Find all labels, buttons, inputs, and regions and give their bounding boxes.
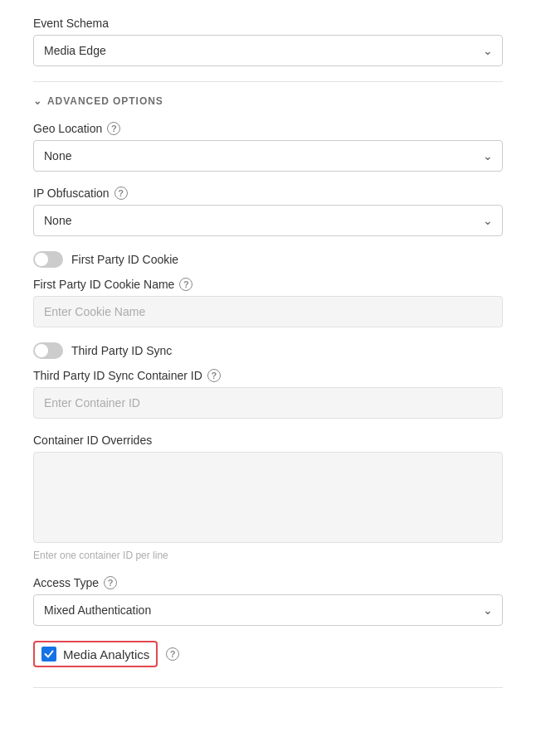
bottom-divider [33, 687, 503, 688]
access-type-group: Access Type ? Mixed Authentication ⌄ [33, 576, 503, 626]
first-party-cookie-toggle-row: First Party ID Cookie [33, 251, 503, 268]
third-party-sync-toggle[interactable] [33, 342, 63, 359]
ip-obfuscation-help-icon[interactable]: ? [115, 187, 128, 200]
first-party-cookie-slider [33, 251, 63, 268]
media-analytics-help-icon[interactable]: ? [166, 647, 179, 661]
first-party-cookie-name-help-icon[interactable]: ? [179, 278, 192, 291]
first-party-cookie-toggle-label: First Party ID Cookie [71, 253, 178, 266]
first-party-cookie-toggle[interactable] [33, 251, 63, 268]
ip-obfuscation-select[interactable]: None [33, 205, 503, 236]
third-party-sync-toggle-row: Third Party ID Sync [33, 342, 503, 359]
media-analytics-label: Media Analytics [63, 647, 149, 662]
media-analytics-checkbox-border: Media Analytics [33, 641, 158, 667]
third-party-container-input[interactable] [33, 387, 503, 419]
first-party-cookie-name-input[interactable] [33, 296, 503, 327]
media-analytics-checked-icon [41, 647, 56, 662]
event-schema-select[interactable]: Media Edge [33, 35, 503, 66]
event-schema-select-wrapper: Media Edge ⌄ [33, 35, 503, 66]
access-type-select-wrapper: Mixed Authentication ⌄ [33, 594, 503, 626]
geo-location-group: Geo Location ? None ⌄ [33, 122, 503, 172]
access-type-select[interactable]: Mixed Authentication [33, 594, 503, 626]
third-party-container-help-icon[interactable]: ? [207, 369, 221, 382]
third-party-container-label: Third Party ID Sync Container ID ? [33, 369, 503, 382]
ip-obfuscation-group: IP Obfuscation ? None ⌄ [33, 187, 503, 236]
first-party-cookie-group: First Party ID Cookie First Party ID Coo… [33, 251, 503, 327]
first-party-cookie-name-label: First Party ID Cookie Name ? [33, 278, 503, 291]
geo-location-select[interactable]: None [33, 140, 503, 172]
geo-location-help-icon[interactable]: ? [107, 122, 120, 135]
advanced-options-label: ADVANCED OPTIONS [47, 95, 163, 107]
event-schema-label: Event Schema [33, 17, 503, 30]
geo-location-label: Geo Location ? [33, 122, 503, 135]
third-party-sync-slider [33, 342, 63, 359]
advanced-options-toggle[interactable]: ⌄ ADVANCED OPTIONS [33, 95, 503, 107]
chevron-down-icon: ⌄ [33, 95, 42, 107]
media-analytics-row: Media Analytics ? [33, 641, 503, 667]
access-type-help-icon[interactable]: ? [104, 576, 117, 589]
container-id-overrides-label: Container ID Overrides [33, 434, 503, 447]
page-container: Event Schema Media Edge ⌄ ⌄ ADVANCED OPT… [0, 0, 536, 756]
access-type-label: Access Type ? [33, 576, 503, 589]
ip-obfuscation-select-wrapper: None ⌄ [33, 205, 503, 236]
container-id-overrides-group: Container ID Overrides Enter one contain… [33, 434, 503, 561]
third-party-sync-toggle-label: Third Party ID Sync [71, 344, 172, 357]
container-id-overrides-textarea[interactable] [33, 452, 503, 543]
third-party-sync-group: Third Party ID Sync Third Party ID Sync … [33, 342, 503, 419]
ip-obfuscation-label: IP Obfuscation ? [33, 187, 503, 200]
geo-location-select-wrapper: None ⌄ [33, 140, 503, 172]
divider-1 [33, 81, 503, 82]
container-id-overrides-hint: Enter one container ID per line [33, 550, 503, 561]
event-schema-group: Event Schema Media Edge ⌄ [33, 17, 503, 66]
